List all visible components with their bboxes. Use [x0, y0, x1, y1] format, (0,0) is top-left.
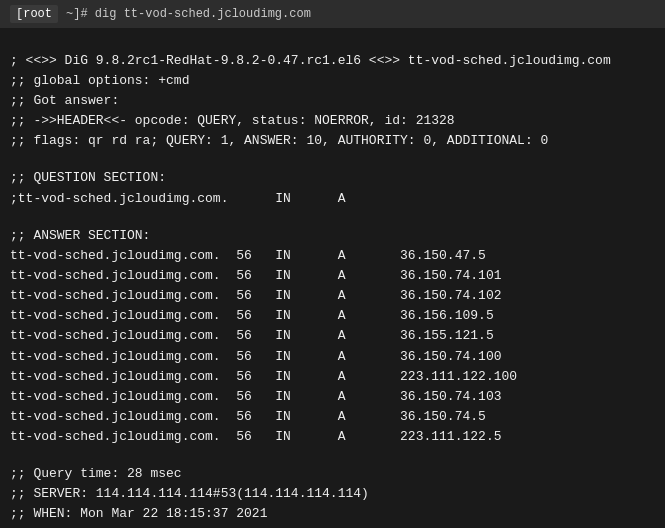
terminal-line: ;; WHEN: Mon Mar 22 18:15:37 2021 — [10, 504, 655, 524]
terminal-window: [root ~]# dig tt-vod-sched.jcloudimg.com… — [0, 0, 665, 528]
terminal-line: tt-vod-sched.jcloudimg.com. 56 IN A 36.1… — [10, 326, 655, 346]
terminal-line: tt-vod-sched.jcloudimg.com. 56 IN A 223.… — [10, 427, 655, 447]
terminal-line: ;; global options: +cmd — [10, 71, 655, 91]
terminal-line: ;; ->>HEADER<<- opcode: QUERY, status: N… — [10, 111, 655, 131]
terminal-line: tt-vod-sched.jcloudimg.com. 56 IN A 36.1… — [10, 387, 655, 407]
terminal-line — [10, 152, 655, 169]
terminal-line: tt-vod-sched.jcloudimg.com. 56 IN A 36.1… — [10, 246, 655, 266]
terminal-line — [10, 447, 655, 464]
terminal-line: ;; SERVER: 114.114.114.114#53(114.114.11… — [10, 484, 655, 504]
terminal-line: tt-vod-sched.jcloudimg.com. 56 IN A 36.1… — [10, 306, 655, 326]
terminal-line — [10, 34, 655, 51]
terminal-line: ;tt-vod-sched.jcloudimg.com. IN A — [10, 189, 655, 209]
terminal-line: ; <<>> DiG 9.8.2rc1-RedHat-9.8.2-0.47.rc… — [10, 51, 655, 71]
title-prompt: [root — [10, 5, 58, 23]
terminal-line: ;; Query time: 28 msec — [10, 464, 655, 484]
terminal-line: tt-vod-sched.jcloudimg.com. 56 IN A 36.1… — [10, 286, 655, 306]
terminal-line: tt-vod-sched.jcloudimg.com. 56 IN A 36.1… — [10, 407, 655, 427]
terminal-line — [10, 209, 655, 226]
title-command: ~]# dig tt-vod-sched.jcloudimg.com — [66, 7, 311, 21]
terminal-output: ; <<>> DiG 9.8.2rc1-RedHat-9.8.2-0.47.rc… — [0, 28, 665, 528]
terminal-line: tt-vod-sched.jcloudimg.com. 56 IN A 223.… — [10, 367, 655, 387]
terminal-line: ;; QUESTION SECTION: — [10, 168, 655, 188]
terminal-line: ;; Got answer: — [10, 91, 655, 111]
terminal-line: ;; ANSWER SECTION: — [10, 226, 655, 246]
title-bar: [root ~]# dig tt-vod-sched.jcloudimg.com — [0, 0, 665, 28]
terminal-line: tt-vod-sched.jcloudimg.com. 56 IN A 36.1… — [10, 266, 655, 286]
terminal-line: ;; flags: qr rd ra; QUERY: 1, ANSWER: 10… — [10, 131, 655, 151]
terminal-line: tt-vod-sched.jcloudimg.com. 56 IN A 36.1… — [10, 347, 655, 367]
terminal-line: ;; MSG SIZE rcvd: 204 — [10, 525, 655, 528]
